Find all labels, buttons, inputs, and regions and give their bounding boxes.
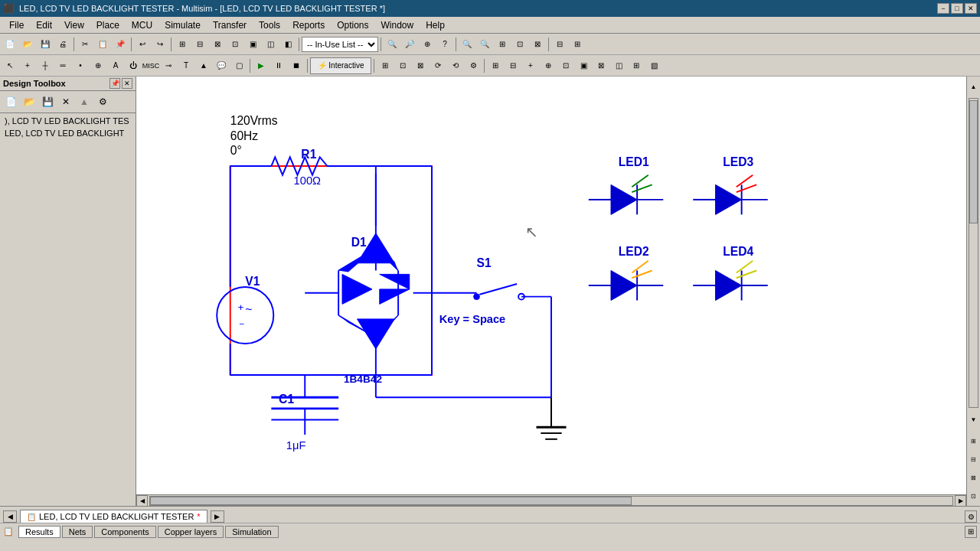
bus-btn[interactable]: ═ — [54, 57, 71, 74]
rsb-btn-3[interactable]: ⊠ — [968, 469, 980, 486]
tab-nav-left[interactable]: ◀ — [3, 510, 17, 523]
menu-file[interactable]: File — [3, 18, 30, 32]
component-btn[interactable]: + — [19, 57, 36, 74]
simulation-tab[interactable]: Simulation — [225, 526, 278, 538]
tb-btn-g[interactable]: ◧ — [279, 36, 296, 53]
menu-transfer[interactable]: Transfer — [207, 18, 253, 32]
stop-btn[interactable]: ⏹ — [288, 57, 305, 74]
sim-btn1[interactable]: ⊞ — [377, 57, 394, 74]
rsb-btn-1[interactable]: ⊞ — [968, 432, 980, 449]
tb-btn-h[interactable]: 🔍 — [384, 36, 400, 53]
rsb-btn-2[interactable]: ⊟ — [968, 451, 980, 468]
tb-btn-k[interactable]: ? — [436, 36, 453, 53]
view-btn6[interactable]: ▣ — [575, 57, 592, 74]
sim-btn4[interactable]: ⟳ — [430, 57, 446, 74]
menu-place[interactable]: Place — [90, 18, 126, 32]
nets-tab[interactable]: Nets — [62, 526, 93, 538]
sidebar-pin-button[interactable]: 📌 — [109, 78, 120, 89]
maximize-button[interactable]: □ — [951, 3, 963, 14]
minimize-button[interactable]: − — [937, 3, 949, 14]
menu-tools[interactable]: Tools — [253, 18, 286, 32]
paste-btn[interactable]: 📌 — [112, 36, 129, 53]
vscroll-down-button[interactable]: ▼ — [968, 411, 980, 428]
bottom-settings-icon[interactable]: ⊞ — [965, 526, 977, 538]
menu-simulate[interactable]: Simulate — [158, 18, 207, 32]
menu-reports[interactable]: Reports — [286, 18, 331, 32]
tree-item-2[interactable]: LED, LCD TV LED BACKLIGHT — [2, 127, 134, 139]
zoom-fit-btn[interactable]: ⊞ — [494, 36, 511, 53]
view-btn1[interactable]: ⊞ — [487, 57, 504, 74]
power-btn[interactable]: ⏻ — [125, 57, 142, 74]
sidebar-close-button[interactable]: ✕ — [122, 78, 132, 89]
redo-btn[interactable]: ↪ — [152, 36, 168, 53]
new-design-btn[interactable]: 📄 — [2, 93, 19, 110]
tb-btn-c[interactable]: ⊠ — [209, 36, 226, 53]
menu-view[interactable]: View — [58, 18, 90, 32]
copy-btn[interactable]: 📋 — [94, 36, 111, 53]
tab-options-button[interactable]: ⚙ — [965, 510, 977, 523]
print-btn[interactable]: 🖨 — [54, 36, 71, 53]
menu-edit[interactable]: Edit — [30, 18, 58, 32]
close-button[interactable]: ✕ — [965, 3, 977, 14]
close-design-btn[interactable]: ✕ — [57, 93, 74, 110]
interactive-btn[interactable]: ⚡ Interactive — [310, 57, 371, 74]
horizontal-scroll-track[interactable] — [149, 496, 953, 506]
junction-btn[interactable]: • — [72, 57, 89, 74]
menu-help[interactable]: Help — [420, 18, 451, 32]
cursor-btn[interactable]: ↖ — [2, 57, 18, 74]
view-btn5[interactable]: ⊡ — [557, 57, 574, 74]
tb-extra2[interactable]: ⊞ — [569, 36, 586, 53]
tree-item-1[interactable]: ), LCD TV LED BACKLIGHT TES — [2, 115, 134, 127]
vscroll-up-button[interactable]: ▲ — [968, 78, 980, 95]
view-btn4[interactable]: ⊕ — [540, 57, 557, 74]
tb-btn-a[interactable]: ⊞ — [174, 36, 191, 53]
graphic-btn[interactable]: ▲ — [195, 57, 212, 74]
new-btn[interactable]: 📄 — [2, 36, 18, 53]
sim-btn3[interactable]: ⊠ — [412, 57, 429, 74]
node-btn[interactable]: ⊕ — [90, 57, 106, 74]
schematic-tab[interactable]: 📋 LED, LCD TV LED BACKLIGHT TESTER * — [20, 510, 207, 523]
text-btn[interactable]: T — [178, 57, 194, 74]
components-tab[interactable]: Components — [94, 526, 155, 538]
sim-btn5[interactable]: ⟲ — [447, 57, 464, 74]
view-btn8[interactable]: ◫ — [610, 57, 627, 74]
tb-btn-i[interactable]: 🔎 — [401, 36, 418, 53]
open-btn[interactable]: 📂 — [19, 36, 36, 53]
in-use-list-dropdown[interactable]: -- In-Use List -- — [302, 37, 378, 52]
tab-nav-right[interactable]: ▶ — [211, 510, 224, 523]
menu-mcu[interactable]: MCU — [126, 18, 158, 32]
pause-btn[interactable]: ⏸ — [270, 57, 287, 74]
settings-btn[interactable]: ⚙ — [94, 93, 111, 110]
schematic-canvas[interactable]: 120Vrms 60Hz 0° R1 100Ω V1 — [136, 77, 966, 494]
view-btn10[interactable]: ▧ — [645, 57, 662, 74]
save-design-btn[interactable]: 💾 — [39, 93, 56, 110]
sim-btn6[interactable]: ⚙ — [465, 57, 482, 74]
menu-window[interactable]: Window — [375, 18, 420, 32]
misc-btn[interactable]: MISC — [142, 57, 159, 74]
zoom-area-btn[interactable]: ⊡ — [511, 36, 528, 53]
results-tab[interactable]: Results — [18, 526, 60, 538]
move-up-btn[interactable]: ▲ — [76, 93, 93, 110]
view-btn9[interactable]: ⊞ — [628, 57, 645, 74]
rsb-btn-4[interactable]: ⊡ — [968, 487, 980, 504]
undo-btn[interactable]: ↩ — [134, 36, 151, 53]
view-btn7[interactable]: ⊠ — [593, 57, 609, 74]
subcircuit-btn[interactable]: ▢ — [230, 57, 247, 74]
scroll-left-button[interactable]: ◀ — [136, 495, 148, 507]
tb-btn-d[interactable]: ⊡ — [227, 36, 243, 53]
cut-btn[interactable]: ✂ — [77, 36, 93, 53]
scroll-right-button[interactable]: ▶ — [955, 495, 966, 507]
save-btn[interactable]: 💾 — [37, 36, 54, 53]
comment-btn[interactable]: 💬 — [213, 57, 230, 74]
wire-btn[interactable]: ┼ — [37, 57, 54, 74]
tb-btn-b[interactable]: ⊟ — [191, 36, 208, 53]
zoom-out-btn[interactable]: 🔍 — [476, 36, 493, 53]
zoom-in-btn[interactable]: 🔍 — [459, 36, 475, 53]
tb-extra1[interactable]: ⊟ — [551, 36, 568, 53]
probe-btn[interactable]: ⊸ — [160, 57, 177, 74]
sim-btn2[interactable]: ⊡ — [394, 57, 411, 74]
menu-options[interactable]: Options — [331, 18, 374, 32]
label-btn[interactable]: A — [107, 57, 124, 74]
view-btn2[interactable]: ⊟ — [505, 57, 521, 74]
open-design-btn[interactable]: 📂 — [21, 93, 38, 110]
